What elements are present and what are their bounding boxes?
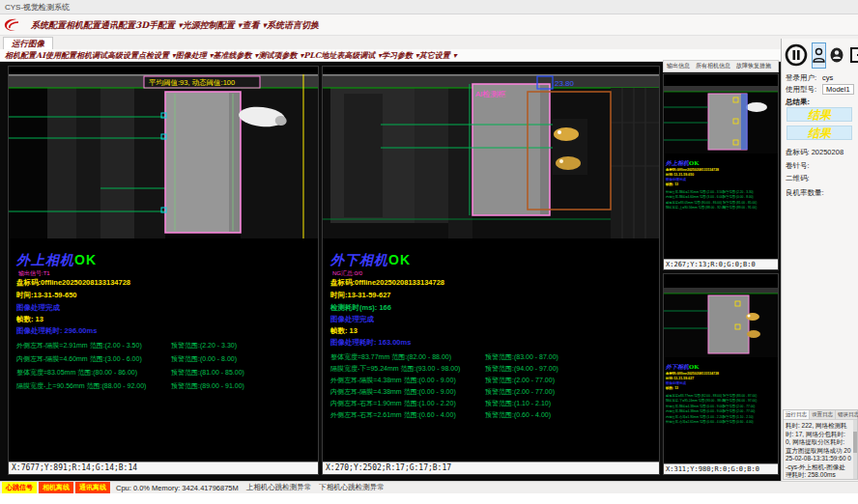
log-scrollbar[interactable] bbox=[853, 420, 857, 479]
camera-result-ok: OK bbox=[388, 252, 411, 267]
result-box-upper: 结果 bbox=[786, 107, 852, 122]
exit-button[interactable] bbox=[847, 42, 858, 69]
electrode-tab-highlight bbox=[554, 127, 579, 141]
mini-text-block-upper: 外上相机OK 盘标码:0ffline20250208133134728 时间:1… bbox=[666, 159, 780, 211]
user-button-dark[interactable] bbox=[829, 42, 844, 69]
pixel-status-bar-lower: X:270;Y:2502;R:17;G:17;B:17 bbox=[323, 462, 659, 474]
side-panel-header: 输出信息 所有相机信息 故障恢复措施 bbox=[663, 60, 779, 72]
tray-barcode-label: 盘标码: 20250208 bbox=[786, 148, 844, 157]
camera-result-title: 外下相机OK bbox=[330, 252, 411, 269]
tab-run-image[interactable]: 运行图像 bbox=[3, 37, 53, 49]
user-icon bbox=[813, 47, 825, 63]
time-line: 时间:13-31-59-650 bbox=[16, 291, 77, 300]
measurement-value: 隔膜宽度-下=95.24mm 范围:(93.00 - 98.00) bbox=[330, 364, 460, 374]
app-window: CYS-视觉检测系统 系统配置相机配置通讯配置3D手配置 ▾光源控制配置 ▾查看… bbox=[0, 0, 858, 504]
measurement-warn-range: 预警范围:(2.00 - 77.00) bbox=[485, 387, 555, 397]
pause-icon bbox=[785, 43, 808, 67]
camera-result-title: 外上相机OK bbox=[16, 252, 97, 269]
measurement-warn-range: 预警范围:(94.00 - 97.00) bbox=[485, 364, 558, 374]
measurement-value: 内侧左耳-隔膜=4.38mm 范围:(0.00 - 9.00) bbox=[330, 387, 456, 397]
app-logo-icon bbox=[3, 17, 20, 33]
comm-offline-badge: 通讯离线 bbox=[75, 482, 110, 493]
measurement-row: 隔膜宽度-下=95.24mm 范围:(93.00 - 98.00) 预警范围:(… bbox=[323, 364, 659, 376]
measurement-value: 外侧左耳-隔膜=4.38mm 范围:(0.00 - 9.00) bbox=[330, 376, 456, 385]
model-select[interactable]: Model1 bbox=[822, 84, 854, 95]
pause-button[interactable] bbox=[784, 42, 809, 69]
ai-detect-label: AI检测框 bbox=[475, 90, 506, 98]
camera-offline-badge: 相机离线 bbox=[39, 482, 73, 493]
mini-status-lower: X:311;Y:980;R:0;G:0;B:0 bbox=[664, 463, 778, 474]
camera-image-upper[interactable]: 平均阈值:93, 动态阈值:100 bbox=[9, 74, 318, 238]
time-line: 时间:13-31-59-627 bbox=[330, 291, 391, 300]
cell-roi-box bbox=[472, 84, 550, 215]
window-title: CYS-视觉检测系统 bbox=[0, 0, 858, 14]
menu-item[interactable]: 系统配置相机配置通讯配置3D手配置 ▾光源控制配置 ▾查看 ▾系统语言切换 bbox=[25, 14, 325, 36]
measurement-warn-range: 预警范围:(2.20 - 3.30) bbox=[171, 341, 237, 350]
camera-image-lower[interactable]: 23.80 AI检测框 bbox=[323, 74, 659, 238]
tab-row: 运行图像 bbox=[0, 36, 858, 49]
detect-elapsed-line: 检测耗时(ms): 166 bbox=[330, 303, 391, 313]
camera-result-ok: OK bbox=[74, 252, 97, 267]
electrode-tab-highlight bbox=[556, 156, 581, 170]
user-button-active[interactable] bbox=[812, 42, 826, 69]
login-user-value: cys bbox=[822, 73, 833, 82]
measurement-warn-range: 预警范围:(0.60 - 4.00) bbox=[485, 410, 551, 420]
camera-view-lower[interactable]: 23.80 AI检测框 外下相机OK NG汇总:0/0 盘标码:0ffline2… bbox=[322, 66, 660, 475]
log-tab-settings[interactable]: 设置日志 bbox=[810, 410, 836, 419]
menubar: 系统配置相机配置通讯配置3D手配置 ▾光源控制配置 ▾查看 ▾系统语言切换 bbox=[0, 14, 858, 36]
camera-view-upper[interactable]: 平均阈值:93, 动态阈值:100 外上相机OK 输出信号:T1 盘标码:0ff… bbox=[8, 66, 319, 475]
threshold-annotation-text: 平均阈值:93, 动态阈值:100 bbox=[149, 78, 235, 87]
all-cameras-tab[interactable]: 所有相机信息 bbox=[693, 61, 733, 71]
signal-note: NG汇总:0/0 bbox=[332, 269, 362, 278]
mini-camera-panel-lower[interactable]: 外下相机OK 盘标码:0ffline20250208133134728 时间:1… bbox=[663, 273, 779, 475]
measurement-warn-range: 预警范围:(81.00 - 85.00) bbox=[171, 368, 244, 378]
user-filled-icon bbox=[830, 47, 844, 63]
needle-number-label: 卷针号: bbox=[786, 161, 810, 171]
elapsed-line: 图像处理耗时: 163.00ms bbox=[330, 338, 411, 348]
toolbar-item[interactable]: 相机配置AI使用配置相机调试高级设置点检设置 ▾图像处理 ▾基准线参数 ▾测试项… bbox=[0, 49, 462, 62]
lower-camera-heartbeat-warning: 下相机心跳检测异常 bbox=[319, 483, 385, 492]
qrcode-label: 二维码: bbox=[786, 174, 810, 183]
pixel-status-bar-upper: X:7677;Y:891;R:14;G:14;B:14 bbox=[9, 462, 318, 474]
measurement-row: 隔膜宽度-上=90.56mm 范围:(88.00 - 92.00) 预警范围:(… bbox=[9, 381, 318, 395]
main-area: 平均阈值:93, 动态阈值:100 外上相机OK 输出信号:T1 盘标码:0ff… bbox=[0, 62, 858, 481]
measurement-row: 外侧左耳-隔膜=2.91mm 范围:(2.00 - 3.50) 预警范围:(2.… bbox=[9, 341, 318, 354]
camera-name-label: 外下相机 bbox=[330, 252, 388, 267]
model-label: 使用型号: bbox=[786, 85, 816, 95]
measurement-list: 外侧左耳-隔膜=2.91mm 范围:(2.00 - 3.50) 预警范围:(2.… bbox=[9, 341, 318, 395]
frames-line: 帧数: 13 bbox=[330, 326, 358, 336]
measurement-warn-range: 预警范围:(89.00 - 91.00) bbox=[171, 381, 244, 391]
login-user-label: 登录用户: bbox=[786, 73, 816, 83]
measurement-value: 隔膜宽度-上=90.56mm 范围:(88.00 - 92.00) bbox=[16, 381, 146, 391]
result-box-lower: 结果 bbox=[786, 126, 852, 140]
output-info-tab[interactable]: 输出信息 bbox=[664, 61, 693, 71]
log-tabs: 运行日志 设置日志 错误日志 bbox=[784, 410, 857, 420]
measurement-row: 内侧左耳-隔膜=4.60mm 范围:(3.00 - 6.00) 预警范围:(0.… bbox=[9, 354, 318, 368]
measurement-warn-range: 预警范围:(0.00 - 8.00) bbox=[171, 354, 237, 364]
cpu-memory-status: Cpu: 0.0% Memory: 3424.41796875M bbox=[116, 484, 239, 492]
measurement-row: 内侧左耳-右耳=1.90mm 范围:(1.00 - 2.20) 预警范围:(1.… bbox=[323, 399, 659, 410]
measurement-value: 整体宽度=83.77mm 范围:(82.00 - 88.00) bbox=[330, 352, 451, 362]
measurement-value: 外侧左耳-隔膜=2.91mm 范围:(2.00 - 3.50) bbox=[16, 341, 142, 350]
measurement-value: 内侧左耳-隔膜=4.60mm 范围:(3.00 - 6.00) bbox=[16, 354, 142, 364]
log-tab-error[interactable]: 错误日志 bbox=[836, 410, 858, 419]
tray-barcode-value: 20250208 bbox=[812, 148, 844, 156]
process-done-line: 图像处理完成 bbox=[16, 303, 60, 313]
heartbeat-badge: 心跳信号 bbox=[2, 482, 37, 493]
measurement-warn-range: 预警范围:(1.10 - 2.10) bbox=[485, 399, 551, 408]
measurement-row: 整体宽度=83.05mm 范围:(80.00 - 86.00) 预警范围:(81… bbox=[9, 368, 318, 381]
measurement-value: 内侧左耳-右耳=1.90mm 范围:(1.00 - 2.20) bbox=[330, 399, 456, 408]
log-tab-run[interactable]: 运行日志 bbox=[784, 410, 810, 419]
upper-camera-heartbeat-warning: 上相机心跳检测异常 bbox=[246, 483, 312, 492]
measurement-row: 外侧左耳-隔膜=4.38mm 范围:(0.00 - 9.00) 预警范围:(2.… bbox=[323, 376, 659, 387]
elapsed-line: 图像处理耗时: 296.00ms bbox=[16, 326, 97, 336]
measurement-row: 整体宽度=83.77mm 范围:(82.00 - 88.00) 预警范围:(83… bbox=[323, 352, 659, 364]
mini-status-upper: X:267;Y:13;R:0;G:0;B:0 bbox=[664, 259, 778, 269]
barcode-line: 盘标码:0ffline20250208133134728 bbox=[16, 278, 130, 288]
mini-camera-panel-upper[interactable]: 外上相机OK 盘标码:0ffline20250208133134728 时间:1… bbox=[663, 73, 779, 270]
total-result-label: 总结果: bbox=[786, 98, 810, 107]
log-panel: 运行日志 设置日志 错误日志 耗时: 222, 网络检测耗时: 17, 网络分包… bbox=[783, 409, 858, 480]
mini-camera-image-upper bbox=[664, 86, 778, 154]
fault-recovery-tab[interactable]: 故障恢复措施 bbox=[733, 61, 774, 71]
measurement-list: 整体宽度=83.77mm 范围:(82.00 - 88.00) 预警范围:(83… bbox=[323, 352, 659, 422]
